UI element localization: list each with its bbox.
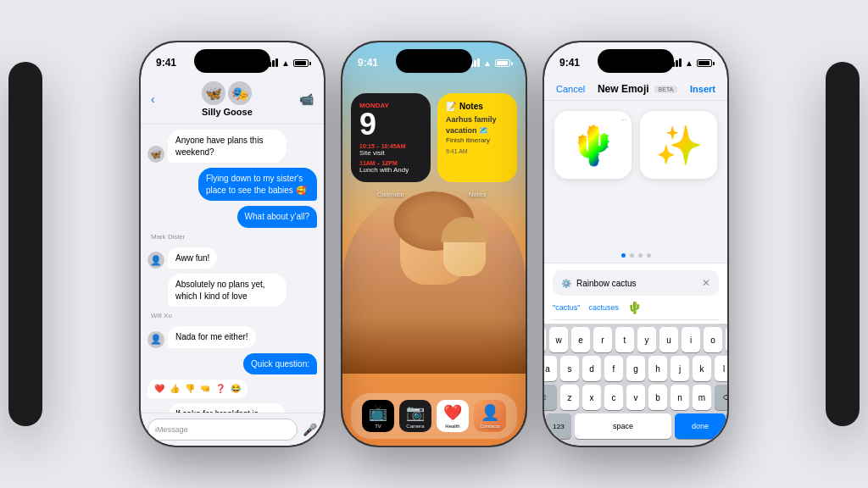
phone-messages: 9:41 ▲ (139, 41, 326, 447)
dot-active (621, 253, 626, 258)
search-query[interactable]: Rainbow cactus (576, 279, 697, 288)
time-emoji: 9:41 (559, 57, 580, 69)
status-icons-messages: ▲ (265, 58, 309, 68)
message-row: What about y'all? (147, 206, 317, 228)
widgets-area: MONDAY 9 10:15 – 10:45AM Site visit 11AM… (342, 86, 526, 189)
left-partial-phone (8, 62, 42, 426)
notes-widget[interactable]: 📝 Notes Aarhus family vacation 🗺️ Finish… (437, 93, 517, 182)
search-icon: ⚙️ (561, 279, 571, 288)
message-bubble: Flying down to my sister's place to see … (198, 168, 317, 201)
key-z[interactable]: z (560, 385, 579, 410)
key-v[interactable]: v (626, 385, 645, 410)
tapback-haha[interactable]: 😂 (231, 383, 241, 395)
widget-labels: Calendar Notes (342, 189, 526, 200)
emoji-nav: Cancel New Emoji BETA Insert (544, 78, 727, 101)
note-title: Aarhus family vacation 🗺️ (446, 114, 509, 136)
time-home: 9:41 (358, 57, 378, 69)
key-a[interactable]: a (544, 356, 557, 381)
imessage-label: iMessage (155, 425, 188, 434)
tapback-heart[interactable]: ❤️ (154, 383, 164, 395)
mic-icon[interactable]: 🎤 (303, 423, 317, 436)
key-c[interactable]: c (604, 385, 623, 410)
tapbacks: ❤️ 👍 👎 🤜 ❓ 😂 (154, 383, 241, 395)
message-row: 🦋 Anyone have plans this weekend? (147, 130, 317, 163)
key-s[interactable]: s (560, 356, 579, 381)
back-button[interactable]: ‹ (151, 92, 155, 106)
insert-button[interactable]: Insert (690, 84, 715, 94)
key-r[interactable]: r (593, 327, 612, 352)
key-l[interactable]: l (715, 356, 727, 381)
avatar: 👤 (147, 331, 164, 348)
dot-1 (630, 253, 634, 258)
key-w[interactable]: w (549, 327, 568, 352)
status-icons-emoji: ▲ (669, 58, 712, 68)
key-done[interactable]: done (675, 413, 726, 439)
suggestion-cactus-emoji[interactable]: 🌵 (627, 301, 642, 314)
key-space[interactable]: space (575, 413, 671, 439)
message-input[interactable]: iMessage (147, 419, 298, 441)
key-m[interactable]: m (693, 385, 711, 410)
chat-name[interactable]: Silly Goose (202, 107, 253, 117)
tapback-thumbsdown[interactable]: 👎 (185, 383, 195, 395)
key-u[interactable]: u (659, 327, 678, 352)
key-delete[interactable]: ⌫ (715, 385, 727, 410)
dock-icon-contacts[interactable]: 👤 Contacts (474, 400, 506, 432)
key-h[interactable]: h (648, 356, 667, 381)
tapback-question[interactable]: ❓ (215, 383, 225, 395)
avatar: 🦋 (147, 146, 164, 163)
key-q[interactable]: q (544, 327, 546, 352)
wifi-icon: ▲ (281, 58, 290, 68)
tv-icon: 📺 (369, 403, 387, 422)
key-g[interactable]: g (626, 356, 645, 381)
cancel-button[interactable]: Cancel (556, 84, 585, 94)
tapback-thumbsup[interactable]: 👍 (170, 383, 180, 395)
emoji-item-sparkle[interactable]: ✨ (640, 111, 717, 179)
tv-label: TV (375, 424, 381, 429)
battery-icon-emoji (697, 59, 712, 67)
search-clear-button[interactable]: ✕ (702, 277, 710, 289)
key-n[interactable]: n (670, 385, 689, 410)
status-icons-home: ▲ (467, 58, 510, 68)
key-y[interactable]: y (637, 327, 656, 352)
keyboard-row-1: q w e r t y u i o p (546, 327, 726, 352)
key-k[interactable]: k (693, 356, 711, 381)
key-p[interactable]: p (726, 327, 727, 352)
emoji-grid: 🌵 ··· ✨ (544, 101, 727, 248)
suggestion-cactuses[interactable]: cactuses (588, 303, 619, 312)
wallpaper-people (342, 187, 526, 374)
key-i[interactable]: i (682, 327, 700, 352)
dock-icon-camera[interactable]: 📷 Camera (399, 400, 431, 432)
dock-icon-tv[interactable]: 📺 TV (362, 400, 394, 432)
key-x[interactable]: x (582, 385, 601, 410)
emoji-screen-container: 9:41 ▲ (544, 42, 727, 446)
key-t[interactable]: t (615, 327, 634, 352)
calendar-widget[interactable]: MONDAY 9 10:15 – 10:45AM Site visit 11AM… (351, 93, 431, 182)
key-e[interactable]: e (571, 327, 590, 352)
search-suggestions: "cactus" cactuses 🌵 (553, 296, 719, 320)
emoji-search-field[interactable]: ⚙️ Rainbow cactus ✕ (553, 270, 719, 296)
key-j[interactable]: j (670, 356, 689, 381)
messages-header: ‹ 🦋 🎭 Silly Goose 📹 (141, 78, 324, 125)
messages-body[interactable]: 🦋 Anyone have plans this weekend? Flying… (141, 125, 324, 413)
calendar-label: Calendar (351, 191, 431, 198)
key-numbers[interactable]: 123 (546, 413, 571, 439)
right-partial-phone (826, 62, 860, 426)
more-button[interactable]: ··· (620, 116, 626, 124)
key-shift[interactable]: ⇧ (544, 385, 557, 410)
key-f[interactable]: f (604, 356, 623, 381)
key-o[interactable]: o (704, 327, 722, 352)
tapback-fist[interactable]: 🤜 (200, 383, 210, 395)
message-row: Quick question: (147, 353, 317, 375)
dot-2 (638, 253, 643, 258)
key-b[interactable]: b (648, 385, 667, 410)
suggestion-cactus-quoted[interactable]: "cactus" (553, 303, 580, 312)
health-label: Health (445, 424, 459, 429)
message-row: Absolutely no plans yet, which I kind of… (147, 274, 317, 307)
message-bubble: If cake for breakfast is wrong, I don't … (168, 403, 287, 413)
dock-icon-health[interactable]: ❤️ Health (437, 400, 469, 432)
video-call-button[interactable]: 📹 (299, 92, 314, 106)
calendar-day-number: 9 (359, 109, 422, 140)
emoji-item-cactus[interactable]: 🌵 ··· (554, 111, 632, 179)
keyboard-row-4: 123 space done (546, 413, 726, 439)
key-d[interactable]: d (582, 356, 601, 381)
